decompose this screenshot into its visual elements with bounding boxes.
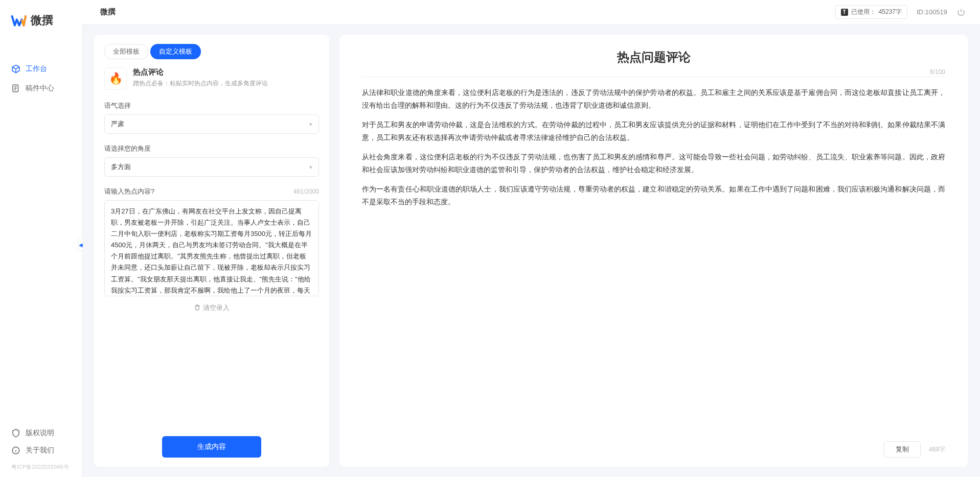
- tab-custom-template[interactable]: 自定义模板: [150, 44, 201, 59]
- sidebar-collapse-handle[interactable]: ◀: [78, 238, 84, 251]
- word-count: 469字: [929, 445, 945, 454]
- result-meta: 6/100: [362, 68, 945, 76]
- cube-icon: [11, 64, 20, 74]
- result-paragraph: 从法律和职业道德的角度来看，这位便利店老板的行为是违法的，违反了劳动法规中的保护…: [362, 86, 945, 111]
- config-panel: 全部模板 自定义模板 🔥 热点评论 蹭热点必备：粘贴实时热点内容，生成多角度评论…: [94, 35, 329, 467]
- text-icon: T: [841, 9, 848, 16]
- generate-button[interactable]: 生成内容: [162, 436, 261, 458]
- nav-label: 版权说明: [26, 428, 54, 438]
- copy-button[interactable]: 复制: [884, 441, 921, 458]
- char-count: 481/2000: [293, 188, 319, 195]
- divider: [362, 77, 945, 77]
- usage-value: 45237字: [879, 8, 902, 16]
- nav-label: 稿件中心: [26, 84, 54, 93]
- nav-label: 关于我们: [26, 446, 54, 455]
- nav-item-copyright[interactable]: 版权说明: [11, 424, 71, 442]
- page-title: 微撰: [100, 7, 116, 17]
- tone-value: 严肃: [111, 120, 124, 129]
- result-title: 热点问题评论: [362, 49, 945, 65]
- sidebar-nav: 工作台 稿件中心: [0, 44, 82, 424]
- user-id: ID:100519: [917, 8, 947, 16]
- nav-label: 工作台: [26, 64, 47, 74]
- template-desc: 蹭热点必备：粘贴实时热点内容，生成多角度评论: [133, 79, 268, 88]
- tone-label: 语气选择: [104, 101, 319, 110]
- shield-icon: [11, 428, 20, 438]
- icp-footer: 粤ICP备2022016946号: [0, 459, 82, 471]
- result-body: 从法律和职业道德的角度来看，这位便利店老板的行为是违法的，违反了劳动法规中的保护…: [362, 86, 945, 436]
- clear-label: 清空录入: [203, 303, 230, 313]
- topbar: 微撰 T 已使用： 45237字 ID:100519: [82, 0, 980, 25]
- usage-badge: T 已使用： 45237字: [835, 5, 907, 19]
- sidebar-bottom: 版权说明 关于我们: [0, 424, 82, 459]
- angle-label: 请选择您的角度: [104, 144, 319, 153]
- result-panel: 热点问题评论 6/100 从法律和职业道德的角度来看，这位便利店老板的行为是违法…: [339, 35, 968, 467]
- power-icon[interactable]: [956, 8, 966, 17]
- info-icon: [11, 446, 20, 455]
- template-tabs: 全部模板 自定义模板: [104, 44, 319, 59]
- nav-item-workbench[interactable]: 工作台: [0, 59, 82, 79]
- document-icon: [11, 84, 20, 93]
- result-paragraph: 作为一名有责任心和职业道德的职场人士，我们应该遵守劳动法规，尊重劳动者的权益，建…: [362, 183, 945, 208]
- content-label: 请输入热点内容?: [104, 187, 154, 196]
- nav-item-drafts[interactable]: 稿件中心: [0, 79, 82, 98]
- content-label-row: 请输入热点内容? 481/2000: [104, 187, 319, 196]
- chevron-down-icon: ▾: [309, 121, 312, 128]
- angle-select[interactable]: 多方面 ▾: [104, 157, 319, 177]
- template-header: 🔥 热点评论 蹭热点必备：粘贴实时热点内容，生成多角度评论: [104, 67, 319, 90]
- tone-select[interactable]: 严肃 ▾: [104, 114, 319, 134]
- main: 微撰 T 已使用： 45237字 ID:100519 全部模板 自定义模板 🔥: [82, 0, 980, 477]
- logo-text: 微撰: [31, 13, 53, 28]
- usage-label: 已使用：: [851, 8, 876, 16]
- chevron-down-icon: ▾: [309, 164, 312, 171]
- flame-icon: 🔥: [104, 67, 127, 90]
- logo: 微撰: [0, 12, 82, 44]
- result-paragraph: 对于员工和男友的申请劳动仲裁，这是合法维权的方式。在劳动仲裁的过程中，员工和男友…: [362, 118, 945, 144]
- result-footer: 复制 469字: [362, 436, 945, 458]
- angle-value: 多方面: [111, 162, 131, 172]
- nav-item-about[interactable]: 关于我们: [11, 442, 71, 459]
- template-title: 热点评论: [133, 67, 268, 77]
- clear-button[interactable]: 清空录入: [104, 296, 319, 316]
- tab-all-templates[interactable]: 全部模板: [104, 44, 148, 59]
- result-paragraph: 从社会角度来看，这位便利店老板的行为不仅违反了劳动法规，也伤害了员工和男友的感情…: [362, 151, 945, 176]
- hotspot-content-input[interactable]: [104, 200, 319, 296]
- content: 全部模板 自定义模板 🔥 热点评论 蹭热点必备：粘贴实时热点内容，生成多角度评论…: [82, 25, 980, 477]
- logo-icon: [10, 12, 27, 29]
- sidebar: 微撰 工作台 稿件中心 版权说明 关于我们 粤ICP备2022016946号: [0, 0, 82, 477]
- trash-icon: [194, 304, 201, 313]
- chevron-left-icon: ◀: [79, 242, 83, 248]
